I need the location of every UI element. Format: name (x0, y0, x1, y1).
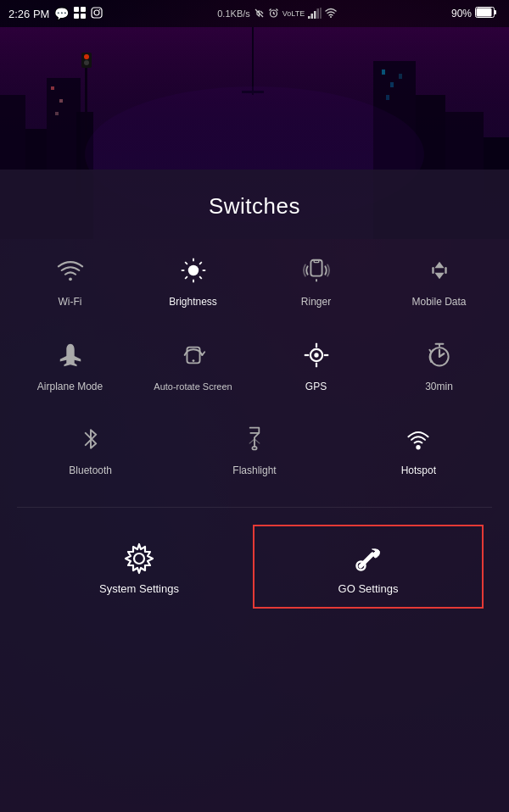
svg-line-53 (199, 262, 202, 264)
switch-ringer[interactable]: Ringer (255, 236, 378, 321)
go-settings-icon (351, 542, 385, 576)
svg-rect-24 (74, 7, 79, 12)
status-left: 2:26 PM 💬 (8, 7, 103, 21)
svg-rect-38 (314, 11, 316, 19)
svg-rect-27 (81, 14, 86, 19)
svg-point-29 (94, 10, 99, 15)
svg-rect-44 (477, 8, 492, 17)
switch-timer[interactable]: 30min (378, 321, 501, 406)
svg-point-75 (417, 445, 421, 449)
svg-line-73 (255, 439, 260, 443)
svg-rect-37 (311, 14, 314, 19)
system-settings-label: System Settings (99, 582, 179, 595)
svg-line-72 (249, 439, 255, 443)
autorotate-icon (175, 336, 212, 374)
svg-rect-40 (320, 8, 322, 19)
switch-bluetooth[interactable]: Bluetooth (8, 405, 172, 490)
svg-point-61 (192, 359, 194, 362)
svg-point-71 (252, 447, 256, 450)
svg-point-41 (330, 16, 332, 18)
battery-percent: 90% (451, 8, 472, 19)
switch-ringer-label: Ringer (301, 296, 331, 309)
hotspot-icon (400, 420, 437, 458)
svg-line-51 (185, 262, 187, 264)
switches-panel: Switches Wi-Fi (0, 170, 509, 812)
svg-point-46 (187, 265, 198, 275)
svg-rect-15 (386, 95, 389, 100)
airplane-icon (52, 336, 89, 374)
switch-mobile-data[interactable]: Mobile Data (378, 236, 501, 321)
timer-icon (421, 336, 458, 374)
mobile-data-icon (421, 252, 458, 289)
switch-brightness[interactable]: Brightness (131, 236, 255, 321)
switch-hotspot[interactable]: Hotspot (337, 405, 501, 490)
bottom-actions: System Settings GO Settings (0, 525, 509, 609)
status-right: 90% (451, 7, 497, 20)
svg-rect-16 (399, 74, 402, 79)
whatsapp-icon: 💬 (54, 7, 69, 20)
go-settings-button[interactable]: GO Settings (253, 525, 484, 609)
alarm-icon (268, 8, 279, 20)
switch-mobile-data-label: Mobile Data (411, 296, 466, 309)
battery-icon (475, 7, 497, 20)
system-settings-button[interactable]: System Settings (25, 525, 253, 609)
switch-bluetooth-label: Bluetooth (69, 464, 112, 478)
svg-point-63 (314, 353, 318, 357)
volte-icon: VoLTE (282, 9, 305, 18)
panel-title: Switches (0, 170, 509, 236)
switch-hotspot-label: Hotspot (401, 464, 436, 478)
svg-rect-36 (308, 16, 310, 19)
svg-rect-21 (252, 27, 254, 95)
svg-rect-25 (81, 7, 86, 12)
go-settings-label: GO Settings (338, 582, 399, 595)
svg-rect-6 (51, 86, 54, 90)
switch-autorotate[interactable]: Auto-rotate Screen (131, 321, 255, 406)
switch-timer-label: 30min (425, 381, 453, 394)
svg-line-52 (199, 276, 202, 279)
grid-icon (74, 7, 86, 21)
wifi-status-icon (325, 8, 337, 19)
svg-point-45 (69, 277, 72, 281)
switch-flashlight[interactable]: Flashlight (172, 405, 336, 490)
svg-rect-28 (92, 8, 102, 18)
instagram-icon (91, 7, 103, 21)
signal-bars-icon (308, 8, 322, 20)
svg-point-77 (134, 553, 144, 564)
svg-rect-39 (317, 8, 320, 19)
svg-rect-7 (59, 99, 63, 103)
mute-icon (254, 8, 265, 20)
wifi-icon (52, 252, 89, 289)
status-bar: 2:26 PM 💬 0.1KB/s (0, 0, 509, 27)
switch-autorotate-label: Auto-rotate Screen (154, 381, 232, 392)
divider (17, 507, 492, 508)
switch-flashlight-label: Flashlight (232, 464, 276, 478)
svg-line-32 (260, 11, 263, 14)
switches-row-1: Wi-Fi Brightness (0, 236, 509, 321)
svg-point-20 (84, 60, 89, 65)
status-time: 2:26 PM (8, 8, 49, 20)
svg-point-19 (84, 54, 89, 59)
svg-rect-56 (314, 260, 319, 263)
switch-airplane[interactable]: Airplane Mode (8, 321, 131, 406)
switch-wifi[interactable]: Wi-Fi (8, 236, 131, 321)
ringer-icon (298, 252, 335, 289)
data-speed: 0.1KB/s (217, 8, 250, 19)
switch-gps-label: GPS (305, 381, 327, 394)
svg-line-54 (185, 276, 187, 279)
switch-airplane-label: Airplane Mode (37, 381, 103, 394)
svg-point-30 (99, 8, 101, 10)
svg-rect-26 (74, 14, 79, 19)
switch-gps[interactable]: GPS (255, 321, 378, 406)
status-center: 0.1KB/s VoLTE (217, 8, 337, 20)
svg-rect-8 (55, 112, 59, 115)
flashlight-icon (236, 420, 273, 458)
bluetooth-icon (72, 420, 109, 458)
switch-wifi-label: Wi-Fi (59, 296, 82, 309)
svg-rect-43 (495, 10, 497, 14)
svg-rect-14 (390, 82, 394, 87)
switch-brightness-label: Brightness (169, 296, 217, 309)
switches-row-2: Airplane Mode Auto-rotate Screen (0, 321, 509, 406)
svg-rect-13 (382, 70, 385, 75)
gps-icon (298, 336, 335, 374)
brightness-icon (175, 252, 212, 289)
